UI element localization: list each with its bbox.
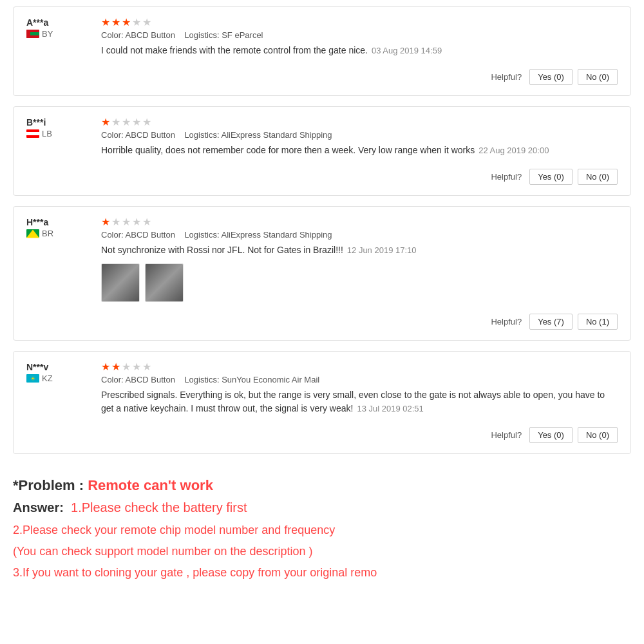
yes-button[interactable]: Yes (0) <box>529 169 573 185</box>
faq-problem-highlight: Remote can't work <box>88 477 213 493</box>
star-4: ★ <box>132 117 141 128</box>
review-card: N***v KZ ★★★★★ Color: ABCD Button Logist… <box>13 351 631 454</box>
review-rating-meta: ★★★★★ Color: ABCD Button Logistics: AliE… <box>101 217 618 308</box>
helpful-label: Helpful? <box>491 317 522 327</box>
review-meta: Color: ABCD Button Logistics: AliExpress… <box>101 230 618 240</box>
star-rating: ★★★★★ <box>101 362 618 372</box>
color-value: ABCD Button <box>126 130 175 140</box>
color-value: ABCD Button <box>126 375 175 384</box>
country-code: KZ <box>42 374 53 383</box>
reviewer-name: N***v <box>26 362 91 372</box>
reviewer-name: B***i <box>26 117 91 128</box>
no-button[interactable]: No (0) <box>578 69 618 85</box>
reviewer-country: BY <box>26 29 91 39</box>
star-5: ★ <box>142 362 151 372</box>
helpful-label: Helpful? <box>491 430 522 440</box>
star-4: ★ <box>132 362 141 372</box>
review-footer: Helpful? Yes (0) No (0) <box>26 69 618 85</box>
no-button[interactable]: No (0) <box>578 169 618 185</box>
color-label: Color: <box>101 30 124 40</box>
review-rating-meta: ★★★★★ Color: ABCD Button Logistics: SunY… <box>101 362 618 422</box>
yes-button[interactable]: Yes (0) <box>529 69 573 85</box>
review-rating-meta: ★★★★★ Color: ABCD Button Logistics: SF e… <box>101 17 618 64</box>
faq-item-3: (You can check support model number on t… <box>13 543 631 560</box>
color-label: Color: <box>101 375 124 384</box>
star-rating: ★★★★★ <box>101 117 618 128</box>
color-label: Color: <box>101 130 124 140</box>
star-3: ★ <box>122 117 131 128</box>
review-meta: Color: ABCD Button Logistics: SF eParcel <box>101 30 618 40</box>
star-3: ★ <box>122 217 131 227</box>
review-image-1[interactable] <box>145 263 184 302</box>
review-header: N***v KZ ★★★★★ Color: ABCD Button Logist… <box>26 362 618 422</box>
review-images <box>101 263 618 302</box>
logistics-value: SunYou Economic Air Mail <box>222 375 319 384</box>
country-code: BR <box>42 229 53 238</box>
review-meta: Color: ABCD Button Logistics: AliExpress… <box>101 130 618 140</box>
star-3: ★ <box>122 362 131 372</box>
star-2: ★ <box>111 17 120 28</box>
country-flag <box>26 30 39 38</box>
review-date: 12 Jun 2019 17:10 <box>347 245 417 255</box>
faq-answer-label: Answer: <box>13 500 64 515</box>
country-code: LB <box>42 129 52 138</box>
review-date: 03 Aug 2019 14:59 <box>372 46 442 55</box>
review-text: Not synchronize with Rossi nor JFL. Not … <box>101 243 618 257</box>
star-1: ★ <box>101 17 110 28</box>
review-text: Prescribed signals. Everything is ok, bu… <box>101 388 618 415</box>
star-2: ★ <box>111 117 120 128</box>
reviewer-name: A***a <box>26 17 91 28</box>
country-code: BY <box>42 29 53 39</box>
star-1: ★ <box>101 362 110 372</box>
no-button[interactable]: No (0) <box>578 427 618 443</box>
star-1: ★ <box>101 217 110 227</box>
star-2: ★ <box>111 362 120 372</box>
review-image-0[interactable] <box>101 263 140 302</box>
review-date: 22 Aug 2019 20:00 <box>478 146 549 155</box>
reviewer-info: N***v KZ <box>26 362 91 383</box>
review-header: H***a BR ★★★★★ Color: ABCD Button Logist… <box>26 217 618 308</box>
review-header: B***i LB ★★★★★ Color: ABCD Button Logist… <box>26 117 618 164</box>
faq-item-4: 3.If you want to cloning your gate , ple… <box>13 564 631 582</box>
reviewer-info: B***i LB <box>26 117 91 138</box>
logistics-label: Logistics: <box>184 30 219 40</box>
helpful-label: Helpful? <box>491 172 522 182</box>
star-3: ★ <box>122 17 131 28</box>
review-header: A***a BY ★★★★★ Color: ABCD Button Logist… <box>26 17 618 64</box>
star-2: ★ <box>111 217 120 227</box>
logistics-value: AliExpress Standard Shipping <box>221 230 332 240</box>
country-flag <box>26 229 39 238</box>
review-footer: Helpful? Yes (7) No (1) <box>26 314 618 330</box>
review-date: 13 Jul 2019 02:51 <box>357 404 423 413</box>
review-card: H***a BR ★★★★★ Color: ABCD Button Logist… <box>13 206 631 341</box>
logistics-value: SF eParcel <box>222 30 263 40</box>
review-footer: Helpful? Yes (0) No (0) <box>26 169 618 185</box>
review-rating-meta: ★★★★★ Color: ABCD Button Logistics: AliE… <box>101 117 618 164</box>
star-rating: ★★★★★ <box>101 17 618 28</box>
review-text: Horrible quality, does not remember code… <box>101 144 618 157</box>
star-5: ★ <box>142 217 151 227</box>
faq-problem-prefix: *Problem : <box>13 477 88 493</box>
color-label: Color: <box>101 230 124 240</box>
reviewer-country: BR <box>26 229 91 238</box>
faq-item-2: 2.Please check your remote chip model nu… <box>13 522 631 539</box>
country-flag <box>26 129 39 138</box>
helpful-label: Helpful? <box>491 72 522 82</box>
faq-problem: *Problem : Remote can't work <box>13 477 631 494</box>
yes-button[interactable]: Yes (7) <box>529 314 573 330</box>
reviewer-info: H***a BR <box>26 217 91 238</box>
faq-answer-item1: 1.Please check the battery first <box>71 500 247 515</box>
star-4: ★ <box>132 217 141 227</box>
reviewer-info: A***a BY <box>26 17 91 39</box>
review-meta: Color: ABCD Button Logistics: SunYou Eco… <box>101 375 618 384</box>
logistics-value: AliExpress Standard Shipping <box>221 130 332 140</box>
logistics-label: Logistics: <box>184 130 219 140</box>
reviewer-country: KZ <box>26 374 91 383</box>
review-card: B***i LB ★★★★★ Color: ABCD Button Logist… <box>13 106 631 196</box>
yes-button[interactable]: Yes (0) <box>529 427 573 443</box>
faq-section: *Problem : Remote can't work Answer: 1.P… <box>0 471 644 598</box>
review-card: A***a BY ★★★★★ Color: ABCD Button Logist… <box>13 6 631 96</box>
color-value: ABCD Button <box>126 30 175 40</box>
no-button[interactable]: No (1) <box>578 314 618 330</box>
logistics-label: Logistics: <box>184 230 219 240</box>
